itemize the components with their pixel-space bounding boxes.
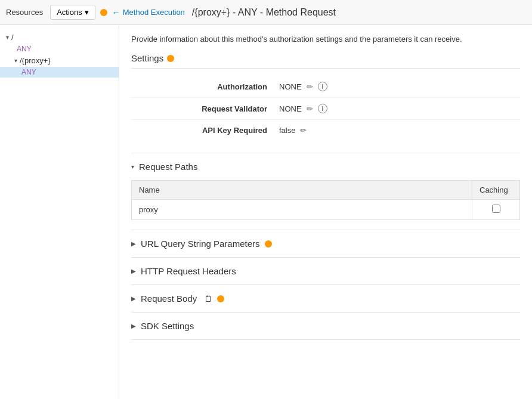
col-caching: Caching xyxy=(472,181,520,200)
sdk-settings-title: SDK Settings xyxy=(141,321,194,331)
url-query-title: URL Query String Parameters xyxy=(141,239,260,249)
path-name-value: proxy xyxy=(132,200,472,220)
api-key-value: false xyxy=(279,126,295,135)
bottom-divider xyxy=(131,339,520,340)
sdk-settings-arrow-icon: ▶ xyxy=(131,323,136,329)
path-caching-cell xyxy=(472,200,520,220)
settings-header: Settings xyxy=(131,53,520,69)
table-row: proxy xyxy=(132,200,520,220)
url-query-section: ▶ URL Query String Parameters xyxy=(131,230,520,257)
actions-chevron: ▾ xyxy=(85,8,89,17)
url-query-arrow-icon: ▶ xyxy=(131,240,136,247)
col-name: Name xyxy=(132,181,472,200)
request-paths-title: Request Paths xyxy=(139,162,197,172)
settings-section: Settings Authorization NONE ✏ i Request … xyxy=(131,53,520,141)
resources-label: Resources xyxy=(6,8,43,17)
authorization-value: NONE xyxy=(279,82,302,91)
sidebar-root-any[interactable]: ANY xyxy=(0,44,119,54)
url-query-header[interactable]: ▶ URL Query String Parameters xyxy=(131,230,520,257)
top-bar: Resources Actions ▾ ← Method Execution /… xyxy=(0,0,532,25)
back-arrow-icon: ← xyxy=(112,8,120,17)
page-title: /{proxy+} - ANY - Method Request xyxy=(192,7,336,18)
sidebar-item-root[interactable]: ▾ / xyxy=(0,31,119,44)
request-body-section: ▶ Request Body 🗒 xyxy=(131,284,520,312)
request-paths-section: ▾ Request Paths Name Caching proxy xyxy=(131,153,520,220)
request-validator-info-icon[interactable]: i xyxy=(318,104,327,113)
settings-title: Settings xyxy=(131,53,163,63)
request-paths-chevron: ▾ xyxy=(131,163,134,170)
request-body-arrow-icon: ▶ xyxy=(131,295,136,302)
request-paths-table: Name Caching proxy xyxy=(131,180,520,220)
chevron-down-icon-proxy: ▾ xyxy=(14,57,17,64)
request-validator-edit-icon[interactable]: ✏ xyxy=(307,104,313,113)
status-dot xyxy=(100,9,107,16)
sidebar-proxy-label: /{proxy+} xyxy=(20,56,51,65)
chevron-down-icon: ▾ xyxy=(6,34,9,41)
authorization-row: Authorization NONE ✏ i xyxy=(131,76,520,98)
sidebar: ▾ / ANY ▾ /{proxy+} ANY xyxy=(0,25,119,399)
api-key-label: API Key Required xyxy=(179,126,274,135)
back-label: Method Execution xyxy=(123,8,185,17)
authorization-edit-icon[interactable]: ✏ xyxy=(307,82,313,91)
actions-button[interactable]: Actions ▾ xyxy=(50,5,95,20)
api-key-edit-icon[interactable]: ✏ xyxy=(300,126,307,135)
http-headers-title: HTTP Request Headers xyxy=(141,266,236,276)
content-description: Provide information about this method's … xyxy=(131,35,520,44)
request-validator-label: Request Validator xyxy=(179,104,274,113)
http-headers-section: ▶ HTTP Request Headers xyxy=(131,257,520,284)
sidebar-proxy-any[interactable]: ANY xyxy=(0,67,119,78)
api-key-row: API Key Required false ✏ xyxy=(131,120,520,141)
tree-root: ▾ / ANY ▾ /{proxy+} ANY xyxy=(0,30,119,79)
authorization-label: Authorization xyxy=(179,82,274,91)
request-paths-header[interactable]: ▾ Request Paths xyxy=(131,153,520,180)
back-link[interactable]: ← Method Execution xyxy=(112,8,185,17)
sidebar-item-proxy[interactable]: ▾ /{proxy+} xyxy=(0,54,119,67)
sidebar-root-label: / xyxy=(11,33,14,42)
request-body-title: Request Body xyxy=(141,293,197,304)
sdk-settings-section: ▶ SDK Settings xyxy=(131,312,520,339)
request-body-header[interactable]: ▶ Request Body 🗒 xyxy=(131,285,520,312)
sdk-settings-header[interactable]: ▶ SDK Settings xyxy=(131,313,520,339)
http-headers-header[interactable]: ▶ HTTP Request Headers xyxy=(131,258,520,284)
main-layout: ▾ / ANY ▾ /{proxy+} ANY Provide informat… xyxy=(0,25,532,399)
request-body-dot xyxy=(217,295,224,302)
request-validator-value: NONE xyxy=(279,104,302,113)
url-query-dot xyxy=(265,240,272,248)
content-area: Provide information about this method's … xyxy=(119,25,532,399)
http-headers-arrow-icon: ▶ xyxy=(131,268,136,274)
request-body-doc-icon: 🗒 xyxy=(204,294,212,304)
authorization-info-icon[interactable]: i xyxy=(318,82,327,91)
settings-dot xyxy=(167,55,174,62)
request-validator-row: Request Validator NONE ✏ i xyxy=(131,98,520,120)
actions-label: Actions xyxy=(57,8,82,17)
path-caching-checkbox[interactable] xyxy=(492,205,500,213)
